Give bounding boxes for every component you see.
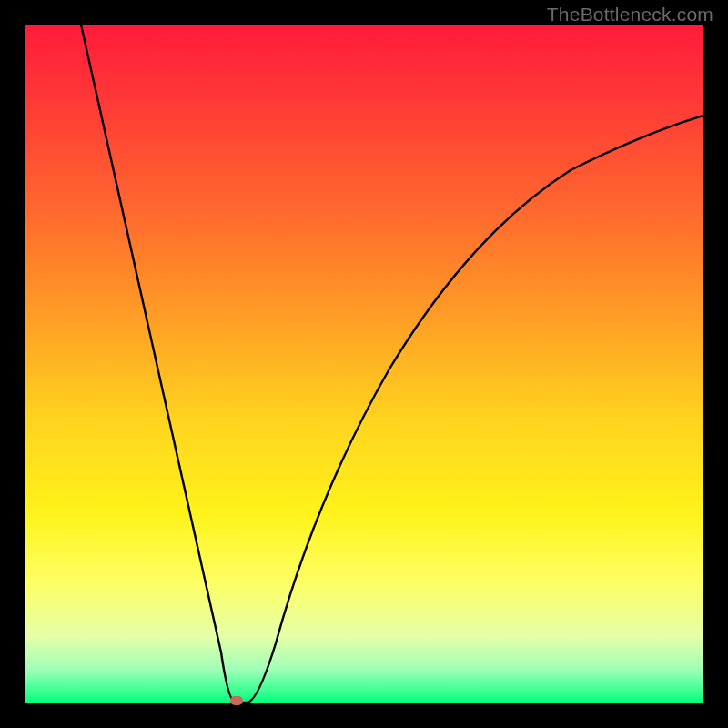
watermark-text: TheBottleneck.com xyxy=(547,4,713,25)
optimal-point-marker xyxy=(230,696,243,705)
chart-area xyxy=(25,25,703,703)
bottleneck-curve xyxy=(25,25,703,703)
curve-path xyxy=(81,25,703,703)
